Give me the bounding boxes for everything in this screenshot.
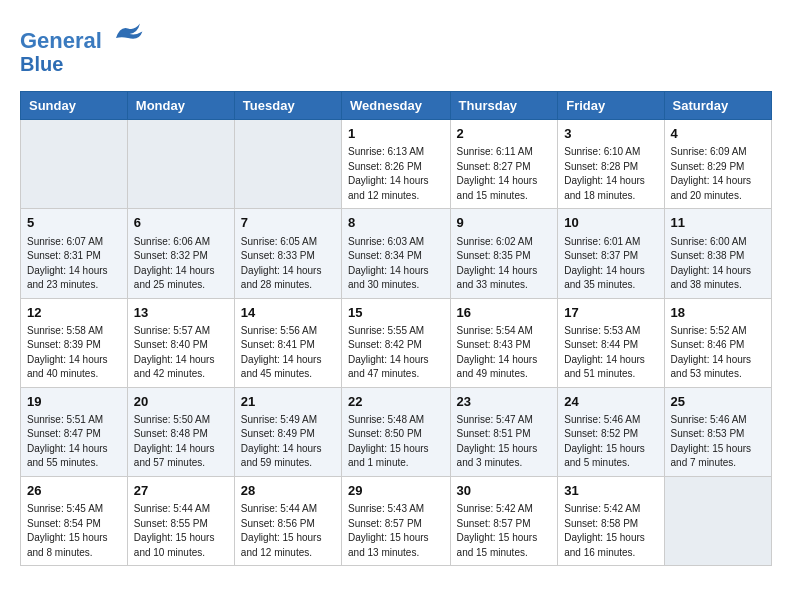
day-number: 20 bbox=[134, 393, 228, 411]
calendar-cell bbox=[234, 120, 341, 209]
calendar-cell bbox=[127, 120, 234, 209]
calendar-cell: 23Sunrise: 5:47 AM Sunset: 8:51 PM Dayli… bbox=[450, 387, 558, 476]
calendar-cell: 15Sunrise: 5:55 AM Sunset: 8:42 PM Dayli… bbox=[342, 298, 451, 387]
day-number: 22 bbox=[348, 393, 444, 411]
day-header-sunday: Sunday bbox=[21, 92, 128, 120]
calendar-cell: 1Sunrise: 6:13 AM Sunset: 8:26 PM Daylig… bbox=[342, 120, 451, 209]
calendar-cell: 26Sunrise: 5:45 AM Sunset: 8:54 PM Dayli… bbox=[21, 476, 128, 565]
day-info: Sunrise: 5:54 AM Sunset: 8:43 PM Dayligh… bbox=[457, 324, 552, 382]
day-number: 7 bbox=[241, 214, 335, 232]
logo-general: General bbox=[20, 28, 102, 53]
day-number: 4 bbox=[671, 125, 765, 143]
day-number: 24 bbox=[564, 393, 657, 411]
day-info: Sunrise: 5:48 AM Sunset: 8:50 PM Dayligh… bbox=[348, 413, 444, 471]
day-number: 10 bbox=[564, 214, 657, 232]
day-info: Sunrise: 6:07 AM Sunset: 8:31 PM Dayligh… bbox=[27, 235, 121, 293]
day-number: 26 bbox=[27, 482, 121, 500]
day-header-monday: Monday bbox=[127, 92, 234, 120]
day-info: Sunrise: 5:55 AM Sunset: 8:42 PM Dayligh… bbox=[348, 324, 444, 382]
day-number: 13 bbox=[134, 304, 228, 322]
page-header: General Blue bbox=[20, 20, 772, 75]
day-info: Sunrise: 6:05 AM Sunset: 8:33 PM Dayligh… bbox=[241, 235, 335, 293]
calendar-cell: 18Sunrise: 5:52 AM Sunset: 8:46 PM Dayli… bbox=[664, 298, 771, 387]
day-header-thursday: Thursday bbox=[450, 92, 558, 120]
day-info: Sunrise: 6:09 AM Sunset: 8:29 PM Dayligh… bbox=[671, 145, 765, 203]
day-info: Sunrise: 6:01 AM Sunset: 8:37 PM Dayligh… bbox=[564, 235, 657, 293]
calendar-week-2: 5Sunrise: 6:07 AM Sunset: 8:31 PM Daylig… bbox=[21, 209, 772, 298]
calendar-cell: 29Sunrise: 5:43 AM Sunset: 8:57 PM Dayli… bbox=[342, 476, 451, 565]
day-number: 17 bbox=[564, 304, 657, 322]
day-info: Sunrise: 5:46 AM Sunset: 8:52 PM Dayligh… bbox=[564, 413, 657, 471]
day-number: 27 bbox=[134, 482, 228, 500]
day-number: 2 bbox=[457, 125, 552, 143]
day-number: 21 bbox=[241, 393, 335, 411]
day-number: 6 bbox=[134, 214, 228, 232]
day-number: 25 bbox=[671, 393, 765, 411]
day-info: Sunrise: 5:47 AM Sunset: 8:51 PM Dayligh… bbox=[457, 413, 552, 471]
day-info: Sunrise: 6:10 AM Sunset: 8:28 PM Dayligh… bbox=[564, 145, 657, 203]
calendar-header-row: SundayMondayTuesdayWednesdayThursdayFrid… bbox=[21, 92, 772, 120]
calendar-week-5: 26Sunrise: 5:45 AM Sunset: 8:54 PM Dayli… bbox=[21, 476, 772, 565]
day-info: Sunrise: 5:42 AM Sunset: 8:57 PM Dayligh… bbox=[457, 502, 552, 560]
calendar-cell: 7Sunrise: 6:05 AM Sunset: 8:33 PM Daylig… bbox=[234, 209, 341, 298]
calendar-cell: 20Sunrise: 5:50 AM Sunset: 8:48 PM Dayli… bbox=[127, 387, 234, 476]
calendar-cell: 12Sunrise: 5:58 AM Sunset: 8:39 PM Dayli… bbox=[21, 298, 128, 387]
logo-text: General bbox=[20, 20, 144, 53]
day-info: Sunrise: 5:52 AM Sunset: 8:46 PM Dayligh… bbox=[671, 324, 765, 382]
day-number: 23 bbox=[457, 393, 552, 411]
calendar-cell: 30Sunrise: 5:42 AM Sunset: 8:57 PM Dayli… bbox=[450, 476, 558, 565]
calendar-cell: 3Sunrise: 6:10 AM Sunset: 8:28 PM Daylig… bbox=[558, 120, 664, 209]
logo-blue: Blue bbox=[20, 53, 144, 75]
day-info: Sunrise: 6:03 AM Sunset: 8:34 PM Dayligh… bbox=[348, 235, 444, 293]
day-number: 14 bbox=[241, 304, 335, 322]
day-number: 9 bbox=[457, 214, 552, 232]
day-header-tuesday: Tuesday bbox=[234, 92, 341, 120]
day-info: Sunrise: 5:45 AM Sunset: 8:54 PM Dayligh… bbox=[27, 502, 121, 560]
calendar-cell: 31Sunrise: 5:42 AM Sunset: 8:58 PM Dayli… bbox=[558, 476, 664, 565]
calendar-week-4: 19Sunrise: 5:51 AM Sunset: 8:47 PM Dayli… bbox=[21, 387, 772, 476]
day-number: 1 bbox=[348, 125, 444, 143]
day-info: Sunrise: 6:00 AM Sunset: 8:38 PM Dayligh… bbox=[671, 235, 765, 293]
day-number: 31 bbox=[564, 482, 657, 500]
day-number: 5 bbox=[27, 214, 121, 232]
day-number: 18 bbox=[671, 304, 765, 322]
calendar-cell: 10Sunrise: 6:01 AM Sunset: 8:37 PM Dayli… bbox=[558, 209, 664, 298]
calendar-cell: 25Sunrise: 5:46 AM Sunset: 8:53 PM Dayli… bbox=[664, 387, 771, 476]
day-info: Sunrise: 6:02 AM Sunset: 8:35 PM Dayligh… bbox=[457, 235, 552, 293]
calendar-cell: 21Sunrise: 5:49 AM Sunset: 8:49 PM Dayli… bbox=[234, 387, 341, 476]
calendar-week-3: 12Sunrise: 5:58 AM Sunset: 8:39 PM Dayli… bbox=[21, 298, 772, 387]
calendar-cell: 14Sunrise: 5:56 AM Sunset: 8:41 PM Dayli… bbox=[234, 298, 341, 387]
day-number: 11 bbox=[671, 214, 765, 232]
calendar-cell: 2Sunrise: 6:11 AM Sunset: 8:27 PM Daylig… bbox=[450, 120, 558, 209]
day-number: 15 bbox=[348, 304, 444, 322]
day-number: 28 bbox=[241, 482, 335, 500]
calendar-cell: 13Sunrise: 5:57 AM Sunset: 8:40 PM Dayli… bbox=[127, 298, 234, 387]
day-number: 19 bbox=[27, 393, 121, 411]
day-info: Sunrise: 5:51 AM Sunset: 8:47 PM Dayligh… bbox=[27, 413, 121, 471]
calendar-cell: 27Sunrise: 5:44 AM Sunset: 8:55 PM Dayli… bbox=[127, 476, 234, 565]
day-info: Sunrise: 5:57 AM Sunset: 8:40 PM Dayligh… bbox=[134, 324, 228, 382]
day-header-wednesday: Wednesday bbox=[342, 92, 451, 120]
day-info: Sunrise: 5:42 AM Sunset: 8:58 PM Dayligh… bbox=[564, 502, 657, 560]
day-info: Sunrise: 5:46 AM Sunset: 8:53 PM Dayligh… bbox=[671, 413, 765, 471]
day-number: 29 bbox=[348, 482, 444, 500]
day-info: Sunrise: 5:58 AM Sunset: 8:39 PM Dayligh… bbox=[27, 324, 121, 382]
calendar-cell: 4Sunrise: 6:09 AM Sunset: 8:29 PM Daylig… bbox=[664, 120, 771, 209]
day-info: Sunrise: 5:56 AM Sunset: 8:41 PM Dayligh… bbox=[241, 324, 335, 382]
day-number: 16 bbox=[457, 304, 552, 322]
day-header-saturday: Saturday bbox=[664, 92, 771, 120]
calendar-cell bbox=[664, 476, 771, 565]
day-header-friday: Friday bbox=[558, 92, 664, 120]
day-info: Sunrise: 5:50 AM Sunset: 8:48 PM Dayligh… bbox=[134, 413, 228, 471]
day-info: Sunrise: 6:11 AM Sunset: 8:27 PM Dayligh… bbox=[457, 145, 552, 203]
day-number: 3 bbox=[564, 125, 657, 143]
day-info: Sunrise: 5:44 AM Sunset: 8:55 PM Dayligh… bbox=[134, 502, 228, 560]
calendar-cell: 11Sunrise: 6:00 AM Sunset: 8:38 PM Dayli… bbox=[664, 209, 771, 298]
calendar-cell: 6Sunrise: 6:06 AM Sunset: 8:32 PM Daylig… bbox=[127, 209, 234, 298]
calendar-cell: 16Sunrise: 5:54 AM Sunset: 8:43 PM Dayli… bbox=[450, 298, 558, 387]
calendar-cell: 9Sunrise: 6:02 AM Sunset: 8:35 PM Daylig… bbox=[450, 209, 558, 298]
day-number: 30 bbox=[457, 482, 552, 500]
calendar-cell: 17Sunrise: 5:53 AM Sunset: 8:44 PM Dayli… bbox=[558, 298, 664, 387]
day-number: 12 bbox=[27, 304, 121, 322]
logo: General Blue bbox=[20, 20, 144, 75]
